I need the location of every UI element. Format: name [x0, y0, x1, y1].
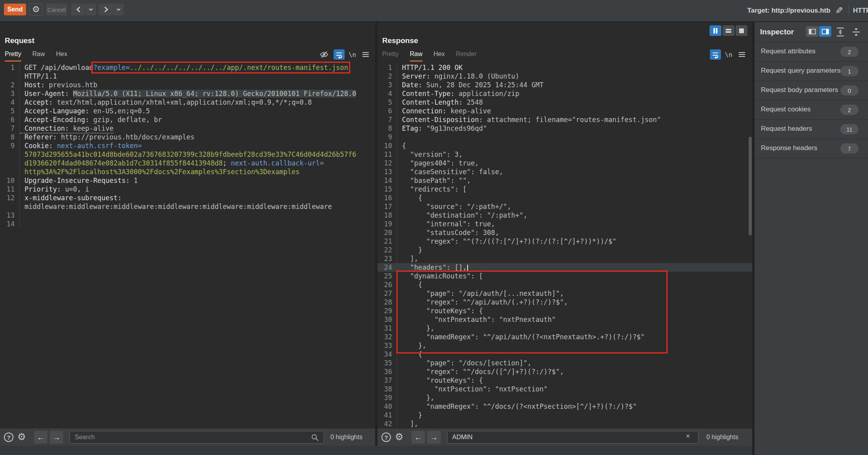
- tab-raw[interactable]: Raw: [410, 51, 423, 62]
- tab-pretty[interactable]: Pretty: [382, 51, 399, 62]
- code-line: 14: [0, 220, 375, 228]
- search-settings-icon[interactable]: ⚙: [395, 431, 404, 442]
- word-wrap-icon[interactable]: [334, 49, 345, 60]
- expand-all-icon[interactable]: [835, 27, 845, 37]
- bottom-strip: [0, 446, 752, 455]
- line-number: 4: [377, 89, 397, 98]
- count-badge: 11: [840, 124, 859, 134]
- inspector-item-response-headers[interactable]: Response headers7: [755, 139, 868, 158]
- forward-button[interactable]: [99, 4, 113, 15]
- inspector-item-request-headers[interactable]: Request headers11: [755, 120, 868, 139]
- prev-match-button[interactable]: ←: [34, 431, 47, 444]
- inspector-item-label: Request body parameters: [761, 86, 838, 94]
- code-line: 7Connection: keep-alive: [0, 124, 375, 133]
- code-segment: 1: [134, 177, 138, 184]
- code-segment: HTTP/1.1 200 OK: [402, 64, 463, 71]
- code-segment: :: [53, 133, 61, 141]
- annotation-box-query-param: ?example=../../../../../../../../app/.ne…: [93, 64, 348, 71]
- response-editor[interactable]: 1HTTP/1.1 200 OK2Server: nginx/1.18.0 (U…: [377, 62, 752, 428]
- code-segment: User-Agent: [25, 90, 65, 98]
- inspector-items: Request attributes2Request query paramet…: [755, 42, 868, 158]
- tab-hex[interactable]: Hex: [56, 51, 67, 62]
- inspector-item-request-cookies[interactable]: Request cookies2: [755, 100, 868, 120]
- code-segment: "caseSensitive": false,: [402, 168, 503, 176]
- line-number: 1: [377, 63, 397, 72]
- line-number: 5: [0, 107, 20, 115]
- request-panel: Request Pretty Raw Hex \n 1GET /api/down…: [0, 22, 375, 428]
- line-number: 34: [377, 350, 397, 359]
- search-settings-icon[interactable]: ⚙: [17, 431, 26, 442]
- request-editor[interactable]: 1GET /api/download?example=../../../../.…: [0, 62, 375, 428]
- code-line: 4Accept: text/html,application/xhtml+xml…: [0, 98, 375, 107]
- code-line: 35 "page": "/docs/[section]",: [377, 359, 752, 367]
- send-button[interactable]: Send: [4, 4, 26, 15]
- help-icon[interactable]: ?: [381, 432, 391, 442]
- word-wrap-icon[interactable]: [710, 49, 721, 60]
- code-segment: Content-Disposition: [402, 116, 479, 124]
- edit-target-icon[interactable]: ✎: [835, 5, 843, 16]
- back-button[interactable]: [71, 4, 85, 15]
- code-segment: {: [402, 142, 406, 150]
- code-segment: "regex": "^/docs/([^/]+?)(?:/)?$",: [402, 368, 564, 376]
- code-line: 10Upgrade-Insecure-Requests: 1: [0, 176, 375, 185]
- line-number: 24: [377, 263, 397, 272]
- code-segment: "regex": "^/api/auth/(.+?)(?:/)?$",: [402, 298, 568, 306]
- history-forward-group: [99, 4, 124, 15]
- inspector-item-request-body-parameters[interactable]: Request body parameters0: [755, 81, 868, 100]
- code-segment: "nxtPsection": "nxtPsection": [402, 385, 547, 393]
- layout-rows-icon[interactable]: [723, 25, 734, 36]
- response-panel-title: Response: [382, 36, 418, 45]
- code-segment: "version": 3,: [402, 150, 463, 158]
- code-segment: keep-alive: [451, 107, 491, 115]
- line-number: 18: [377, 211, 397, 220]
- code-segment: ],: [402, 255, 418, 263]
- line-number: 13: [377, 167, 397, 176]
- code-segment: Referer: [25, 133, 53, 141]
- editor-menu-icon[interactable]: [360, 49, 371, 60]
- hide-eye-slash-icon[interactable]: [319, 49, 330, 60]
- tab-raw[interactable]: Raw: [32, 51, 45, 62]
- code-line: 3User-Agent: Mozilla/5.0 (X11; Linux x86…: [0, 89, 375, 98]
- code-segment: "redirects": [: [402, 185, 467, 193]
- code-line: 27 "page": "/api/auth/[...nextauth]",: [377, 289, 752, 298]
- next-match-button[interactable]: →: [50, 431, 63, 444]
- gear-icon: ⚙: [32, 4, 40, 15]
- line-number: 21: [377, 237, 397, 246]
- inspector-item-request-attributes[interactable]: Request attributes2: [755, 42, 868, 62]
- back-dropdown-button[interactable]: [85, 4, 96, 15]
- cancel-button[interactable]: Cancel: [46, 4, 67, 15]
- code-segment: "page": "/docs/[section]",: [402, 359, 532, 367]
- editor-menu-icon[interactable]: [736, 49, 747, 60]
- code-line: 57073d295655a41bc014d8bde602a73676832073…: [0, 150, 375, 159]
- code-segment: 57073d295655a41bc014d8bde602a73676832073…: [25, 150, 356, 158]
- help-icon[interactable]: ?: [4, 432, 13, 442]
- code-segment: Sun, 28 Dec 2025 14:25:44 GMT: [426, 81, 543, 89]
- request-search-input[interactable]: [70, 431, 324, 444]
- newline-toggle-icon[interactable]: \n: [725, 51, 732, 58]
- layout-columns-icon[interactable]: [709, 25, 721, 36]
- layout-single-icon[interactable]: [736, 25, 747, 36]
- code-line: 14 "basePath": "",: [377, 176, 752, 185]
- dock-left-icon[interactable]: [806, 26, 818, 37]
- forward-dropdown-button[interactable]: [113, 4, 124, 15]
- code-segment: Connection: [25, 124, 65, 132]
- clear-search-icon[interactable]: ×: [686, 432, 690, 440]
- code-segment: "namedRegex": "^/docs/(?<nxtPsection>[^/…: [402, 402, 637, 410]
- newline-toggle-icon[interactable]: \n: [349, 51, 356, 58]
- next-match-button[interactable]: →: [427, 431, 441, 444]
- tab-pretty[interactable]: Pretty: [5, 51, 21, 62]
- line-number: 38: [377, 385, 397, 393]
- inspector-item-label: Response headers: [761, 144, 817, 152]
- response-scrollbar[interactable]: [749, 137, 752, 235]
- code-segment: gzip, deflate, br: [93, 116, 162, 124]
- dock-right-icon[interactable]: [819, 26, 831, 37]
- code-line: 26 {: [377, 280, 752, 289]
- tab-hex[interactable]: Hex: [434, 51, 445, 62]
- prev-match-button[interactable]: ←: [411, 431, 425, 444]
- tab-render[interactable]: Render: [456, 51, 476, 62]
- response-search-input[interactable]: [447, 431, 698, 444]
- collapse-all-icon[interactable]: [851, 27, 861, 37]
- inspector-item-request-query-parameters[interactable]: Request query parameters1: [755, 62, 868, 81]
- line-number: 12: [377, 159, 397, 167]
- request-settings-button[interactable]: ⚙: [29, 4, 43, 15]
